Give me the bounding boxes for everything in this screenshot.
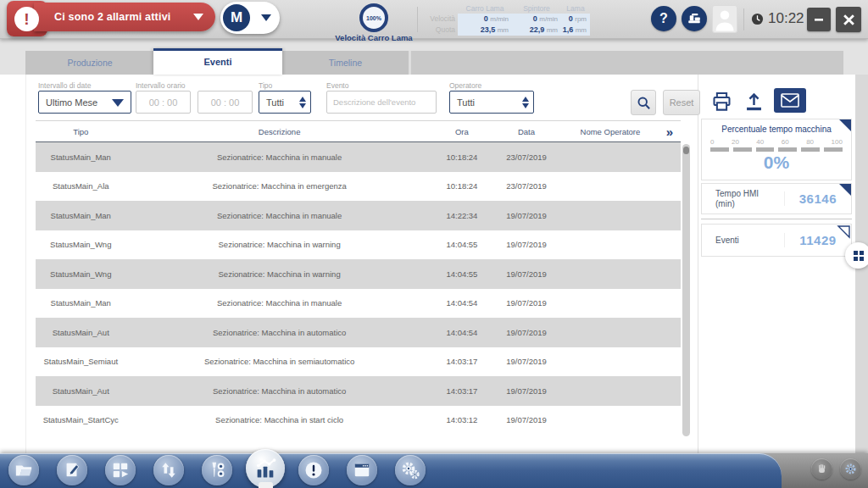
date-range-select[interactable]: Ultimo Mese: [38, 91, 131, 114]
minimize-button[interactable]: [807, 8, 831, 31]
programs-button[interactable]: [105, 455, 136, 485]
tooling-button[interactable]: [202, 455, 232, 485]
table-row[interactable]: StatusMain_WngSezionatrice: Macchina in …: [36, 259, 681, 289]
tipo-select[interactable]: Tutti: [259, 91, 311, 114]
table-row[interactable]: StatusMain_ManSezionatrice: Macchina in …: [36, 201, 681, 230]
table-row[interactable]: StatusMain_AlaSezionatrice: Macchina in …: [36, 172, 681, 202]
header-nome-operatore[interactable]: Nome Operatore: [562, 127, 659, 136]
scale-bars: [710, 147, 843, 152]
top-bar: Ci sono 2 allarmi attivi ! M 100% Veloci…: [0, 0, 868, 39]
search-button[interactable]: [631, 90, 656, 115]
header-descrizione[interactable]: Descrizione: [126, 127, 433, 136]
clock-icon: [751, 13, 764, 29]
settings-button[interactable]: [395, 455, 426, 485]
card-title: Percentuale tempo macchina: [702, 125, 851, 134]
spinner-icon: [299, 97, 306, 108]
chevron-down-icon[interactable]: [261, 14, 271, 21]
gear-icon: [843, 462, 858, 476]
alarms-button[interactable]: [298, 455, 329, 485]
scale-numbers: 020406080100: [702, 138, 851, 146]
alarm-banner[interactable]: Ci sono 2 allarmi attivi: [34, 3, 215, 31]
operatore-select[interactable]: Tutti: [449, 91, 534, 114]
reset-button[interactable]: Reset: [663, 90, 700, 115]
double-chevron-icon[interactable]: »: [659, 125, 681, 139]
terminal-button[interactable]: [347, 455, 377, 485]
table-row[interactable]: StatusMain_SemiautSezionatrice: Macchina…: [36, 347, 681, 377]
kpi-label: Tempo HMI (min): [702, 189, 784, 209]
time-from-input[interactable]: 00 : 00: [136, 91, 191, 114]
row-quota-label: Quota: [424, 25, 458, 36]
files-button[interactable]: [8, 455, 39, 485]
user-avatar[interactable]: [712, 5, 737, 33]
print-button[interactable]: [710, 90, 734, 114]
upload-button[interactable]: [743, 90, 766, 114]
folder-icon: [14, 461, 33, 480]
clock-time: 10:22: [768, 10, 804, 27]
expand-corner-icon[interactable]: [839, 119, 851, 131]
table-row[interactable]: StatusMain_WngSezionatrice: Macchina in …: [36, 230, 681, 260]
system-settings-button[interactable]: [840, 458, 861, 480]
chevron-down-icon[interactable]: [193, 14, 203, 20]
time-to-input[interactable]: 00 : 00: [198, 91, 253, 114]
date-range-label: Intervallo di date: [38, 81, 91, 90]
quota-lama: 1,6 mm: [561, 25, 590, 36]
table-row[interactable]: StatusMain_ManSezionatrice: Macchina in …: [36, 142, 681, 172]
evento-label: Evento: [326, 81, 348, 90]
table-header: Tipo Descrizione Ora Data Nome Operatore…: [36, 120, 681, 142]
percent-value: 0%: [702, 152, 851, 173]
touch-mode-button[interactable]: [811, 458, 832, 480]
table-row[interactable]: StatusMain_ManSezionatrice: Macchina in …: [36, 289, 681, 319]
header-tipo[interactable]: Tipo: [36, 127, 126, 136]
panel-divider: [701, 219, 852, 219]
tab-produzione[interactable]: Produzione: [25, 51, 154, 75]
tipo-value: Tutti: [266, 97, 284, 108]
tipo-label: Tipo: [259, 81, 272, 90]
user-icon: [713, 6, 737, 32]
search-icon: [636, 95, 652, 111]
printer-icon: [710, 90, 733, 113]
gears-icon: [400, 460, 420, 480]
gauge-value: 100%: [366, 15, 381, 21]
question-icon: ?: [659, 11, 668, 26]
scrollbar-thumb[interactable]: [683, 147, 689, 154]
logo-menu[interactable]: M: [220, 2, 280, 34]
hmi-screen: Ci sono 2 allarmi attivi ! M 100% Veloci…: [0, 0, 868, 488]
speed-gauge: 100%: [359, 3, 388, 32]
machine-button[interactable]: [682, 6, 707, 31]
gauge-label: Velocità Carro Lama: [323, 33, 425, 42]
machine-icon: [687, 11, 702, 26]
time-range-label: Intervallo orario: [136, 81, 186, 90]
eventi-card: Eventi 11429: [701, 224, 852, 257]
axes-button[interactable]: [153, 455, 184, 485]
spinner-icon: [522, 97, 529, 108]
axis-readings: Carro Lama Spintore Lama Velocità 0 m/mi…: [424, 3, 590, 36]
divider: [417, 7, 418, 32]
brand-logo: M: [223, 4, 250, 31]
tab-eventi[interactable]: Eventi: [153, 48, 282, 75]
expand-corner-outline-icon[interactable]: [837, 225, 850, 239]
table-scrollbar[interactable]: [682, 144, 690, 436]
column-lama: Lama: [561, 3, 590, 14]
header-ora[interactable]: Ora: [433, 127, 491, 136]
side-drawer-handle[interactable]: [845, 242, 868, 269]
edit-button[interactable]: [57, 455, 87, 485]
evento-input[interactable]: [326, 91, 437, 114]
velocita-spintore: 0 m/min: [512, 14, 561, 25]
table-row[interactable]: StatusMain_AutSezionatrice: Macchina in …: [36, 318, 681, 347]
statistics-icon: [253, 457, 277, 480]
tab-timeline[interactable]: Timeline: [282, 51, 411, 75]
alarm-icon: [303, 460, 324, 480]
mail-button[interactable]: [774, 88, 806, 113]
table-row[interactable]: StatusMain_StartCycSezionatrice: Macchin…: [36, 406, 681, 435]
velocita-carro-lama: 0 m/min: [458, 14, 512, 25]
alarm-icon: !: [14, 7, 39, 31]
quota-carro-lama: 23,5 mm: [458, 25, 512, 36]
header-data[interactable]: Data: [491, 127, 562, 136]
table-row[interactable]: StatusMain_AutSezionatrice: Macchina in …: [36, 376, 681, 406]
column-spintore: Spintore: [512, 3, 561, 14]
events-table: Tipo Descrizione Ora Data Nome Operatore…: [36, 120, 681, 435]
help-button[interactable]: ?: [651, 6, 676, 31]
column-carro-lama: Carro Lama: [458, 3, 512, 14]
close-button[interactable]: [836, 7, 861, 32]
expand-corner-icon[interactable]: [839, 184, 851, 196]
